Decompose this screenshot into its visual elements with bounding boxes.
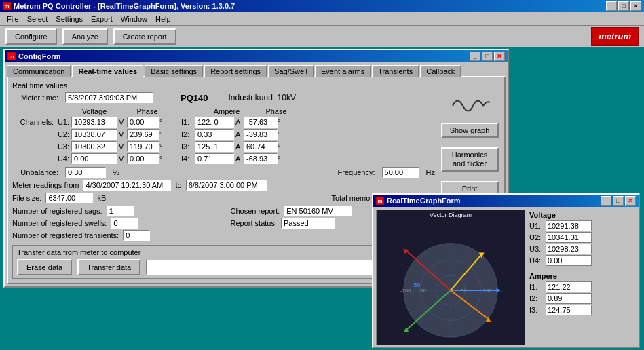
ch-phase-2[interactable] [127, 141, 159, 152]
svg-text:50: 50 [414, 281, 421, 288]
config-form-minimize[interactable]: _ [470, 52, 480, 61]
minimize-button[interactable]: _ [606, 1, 617, 11]
report-status-input[interactable] [281, 218, 335, 229]
menu-select[interactable]: Select [23, 14, 52, 24]
create-report-button[interactable]: Create report [113, 28, 176, 45]
rt-v-input-0[interactable] [546, 220, 592, 231]
menu-help[interactable]: Help [151, 14, 175, 24]
file-size-input[interactable] [45, 193, 93, 203]
rt-graph-close[interactable]: ✕ [625, 196, 636, 206]
num-swells-input[interactable] [111, 218, 138, 229]
ch-voltage-1[interactable] [71, 129, 117, 140]
phase2-header: Phase [256, 107, 297, 115]
meter-readings-to-input[interactable] [186, 180, 267, 191]
rt-voltage-header: Voltage [529, 211, 632, 219]
rt-v-label-2: U3: [529, 245, 543, 253]
num-sags-input[interactable] [107, 206, 134, 216]
rt-graph-icon: m [376, 197, 384, 205]
voltage-header: Voltage [71, 107, 117, 115]
tab-basic[interactable]: Basic settings [145, 65, 203, 77]
ch-phase2-2[interactable] [244, 141, 278, 152]
erase-data-button[interactable]: Erase data [17, 259, 72, 275]
maximize-button[interactable]: □ [618, 1, 629, 11]
config-form-close[interactable]: ✕ [494, 52, 505, 61]
ch-ampere-3[interactable] [195, 153, 234, 164]
configure-button[interactable]: Configure [5, 28, 57, 45]
ch-ampere-1[interactable] [195, 129, 234, 140]
menu-export[interactable]: Export [87, 14, 117, 24]
ch-ampere-0[interactable] [195, 117, 234, 128]
phase-header: Phase [127, 107, 168, 115]
chosen-report-input[interactable] [284, 206, 352, 216]
rt-a-input-2[interactable] [546, 305, 592, 315]
meter-time-input[interactable] [65, 92, 153, 103]
num-transients-input[interactable] [123, 230, 150, 241]
unbalance-unit: % [113, 168, 119, 176]
harmonics-button[interactable]: Harmonics and flicker [441, 147, 499, 172]
ch-vunit-1: V [117, 130, 127, 138]
ch-deg-0: ° [159, 118, 168, 126]
tab-sagswell[interactable]: Sag/Swell [268, 65, 314, 77]
rt-a-input-1[interactable] [546, 293, 592, 304]
ch-phase2-1[interactable] [244, 129, 278, 140]
rt-graph-title-text: RealTimeGraphForm [387, 197, 461, 205]
rt-graph-content: Vector Diagram -100 -50 50 100 [373, 207, 639, 347]
channel-rows: Channels: U1: V ° I1: A ° U2: V ° I2: A … [12, 117, 435, 164]
rt-voltage-row-0: U1: [529, 220, 632, 231]
ch-name-0: U1: [56, 118, 71, 126]
svg-marker-11 [496, 288, 501, 292]
config-form-maximize[interactable]: □ [482, 52, 493, 61]
device-id: PQ140 [181, 93, 208, 103]
meter-readings-from-input[interactable] [83, 180, 171, 191]
channel-row-3: U4: V ° I4: A ° [12, 153, 435, 164]
ampere-header: Ampere [207, 107, 246, 115]
rt-a-input-0[interactable] [546, 281, 592, 292]
rt-graph-title-bar: m RealTimeGraphForm _ □ ✕ [373, 195, 639, 207]
transfer-data-button[interactable]: Transfer data [77, 259, 140, 275]
tab-callback[interactable]: Callback [420, 65, 461, 77]
ch-amp-label-1: I2: [181, 130, 195, 138]
menu-window[interactable]: Window [117, 14, 151, 24]
ch-phase2-0[interactable] [244, 117, 278, 128]
meter-time-row: Meter time: PQ140 Industrikund_10kV [12, 92, 435, 103]
frequency-input[interactable] [382, 167, 419, 178]
ch-phase-0[interactable] [127, 117, 159, 128]
tab-strip: Communication Real-time values Basic set… [5, 62, 508, 76]
rt-a-label-0: I1: [529, 283, 543, 291]
rt-a-label-1: I2: [529, 294, 543, 303]
analyze-button[interactable]: Analyze [62, 28, 108, 45]
rt-v-input-1[interactable] [546, 232, 592, 243]
unbalance-input[interactable] [65, 167, 106, 178]
rt-graph-minimize[interactable]: _ [601, 196, 611, 206]
unbalance-label: Unbalance: [12, 168, 58, 176]
readings-to-label: to [175, 181, 181, 189]
menu-file[interactable]: File [3, 14, 23, 24]
ch-amp-label-3: I4: [181, 155, 195, 163]
ch-voltage-2[interactable] [71, 141, 117, 152]
ch-aunit-3: A [234, 155, 244, 163]
menu-bar: File Select Settings Export Window Help [0, 12, 644, 26]
location-name: Industrikund_10kV [228, 93, 295, 102]
show-graph-button[interactable]: Show graph [441, 123, 499, 138]
ch-phase-3[interactable] [127, 153, 159, 164]
tab-event[interactable]: Event alarms [315, 65, 371, 77]
close-button[interactable]: ✕ [630, 1, 641, 11]
num-swells-label: Number of registered swells: [12, 219, 107, 227]
tab-realtime[interactable]: Real-time values [72, 65, 143, 77]
ch-voltage-0[interactable] [71, 117, 117, 128]
rt-graph-maximize[interactable]: □ [613, 196, 624, 206]
tab-transients[interactable]: Transients [372, 65, 419, 77]
toolbar: Configure Analyze Create report metrum [0, 26, 644, 47]
ch-phase2-3[interactable] [244, 153, 278, 164]
rt-v-input-3[interactable] [546, 255, 592, 266]
ch-phase-1[interactable] [127, 129, 159, 140]
rt-v-input-2[interactable] [546, 244, 592, 254]
rt-ampere-rows: I1: I2: I3: [529, 281, 632, 315]
ch-voltage-3[interactable] [71, 153, 117, 164]
ch-deg2-2: ° [278, 142, 286, 151]
rt-voltage-row-2: U3: [529, 244, 632, 254]
tab-communication[interactable]: Communication [7, 65, 71, 77]
tab-report[interactable]: Report settings [204, 65, 267, 77]
ch-ampere-2[interactable] [195, 141, 234, 152]
menu-settings[interactable]: Settings [52, 14, 87, 24]
